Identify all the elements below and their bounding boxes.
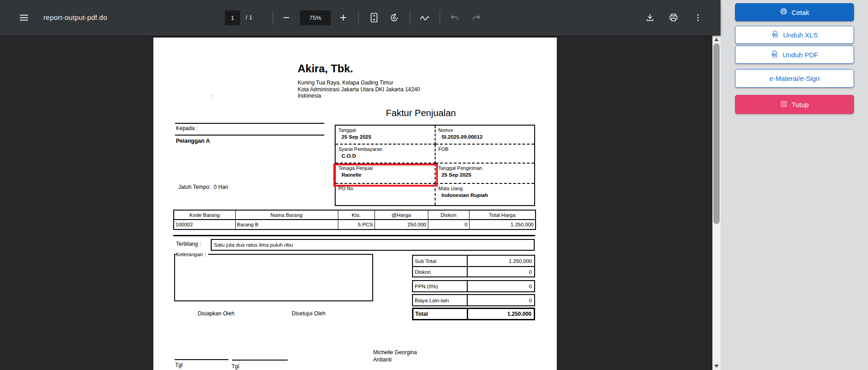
detail-cell-tanggal-pengiriman: Tanggal Pengiriman 25 Sep 2025	[436, 164, 534, 184]
col-header: Kode Barang	[174, 210, 235, 220]
detail-label: Mata Uang	[438, 186, 531, 191]
plus-icon	[338, 13, 348, 23]
total-row-label: Sub Total	[413, 256, 468, 266]
svg-text:XLS: XLS	[773, 34, 777, 36]
more-options-button[interactable]	[691, 10, 705, 25]
ppn-box: PPN (0%) 0	[412, 280, 535, 292]
grand-total-value: 1.250.000	[468, 309, 534, 319]
kepada-rule-top	[175, 123, 324, 124]
company-address: Kuning Tua Raya, Kelapa Gading Timur Kot…	[298, 80, 420, 99]
col-header: @Harga	[375, 210, 428, 220]
vertical-scrollbar[interactable]	[712, 36, 721, 370]
total-row: Total 1.250.000	[413, 309, 534, 319]
col-header: Kts.	[338, 210, 375, 220]
rotate-button[interactable]	[386, 10, 402, 25]
total-row: Biaya Lain-lain 0	[413, 295, 534, 305]
undo-icon	[450, 13, 460, 23]
menu-button[interactable]	[14, 7, 34, 28]
total-row: Sub Total 1.250.000	[413, 256, 534, 266]
keterangan-label: Keterangan :	[176, 252, 208, 257]
zoom-in-button[interactable]	[336, 10, 351, 25]
unduh-pdf-button[interactable]: PDF Unduh PDF	[735, 46, 854, 64]
file-pdf-icon: PDF	[771, 50, 778, 59]
terbilang-box: Satu juta dua ratus lima puluh ribu	[211, 239, 535, 251]
undo-button[interactable]	[447, 10, 462, 25]
grand-total-box: Total 1.250.000	[412, 308, 535, 320]
kepada-rule-bottom	[175, 135, 324, 136]
item-row: 100002 Barang B 5 PCS 250.000 0 1.250.00…	[174, 220, 536, 229]
total-row-label: Biaya Lain-lain	[413, 295, 468, 305]
button-label: Unduh PDF	[783, 51, 818, 59]
tgl-label: Tgl	[175, 362, 183, 368]
pdf-toolbar: report-output-pdf.do / 1 75%	[0, 0, 721, 36]
address-line: Kota Administrasi Jakarta Utara DKI Jaka…	[298, 86, 420, 93]
fit-to-page-icon	[370, 13, 379, 23]
tgl-label: Tgl.	[232, 363, 241, 370]
total-row: Diskon 0	[413, 266, 534, 276]
approver-name-line: Ardianti	[373, 356, 417, 364]
detail-value: C.O.D	[342, 153, 432, 159]
download-button[interactable]	[642, 10, 658, 25]
toolbar-divider	[440, 10, 440, 25]
cetak-button[interactable]: Cetak	[735, 3, 854, 21]
detail-label: Syarat Pembayaran	[338, 146, 432, 152]
e-materai-button[interactable]: e-Materai/e-Sign	[735, 69, 854, 88]
print-button[interactable]	[666, 10, 681, 25]
detail-label: Tanggal	[338, 127, 432, 133]
total-row-value: 1.250.000	[468, 256, 534, 266]
redo-icon	[471, 13, 481, 23]
approver-name: Michelle Georgina Ardianti	[373, 349, 417, 363]
subtotal-diskon-box: Sub Total 1.250.000 Diskon 0	[412, 255, 535, 277]
company-name: Akira, Tbk.	[298, 62, 353, 75]
button-label: Tutup	[792, 101, 809, 108]
detail-cell-tanggal: Tanggal 25 Sep 2025	[336, 126, 436, 145]
detail-label: Tanggal Pengiriman	[438, 165, 531, 171]
amount-in-words: Satu juta dua ratus lima puluh ribu	[214, 242, 293, 248]
page-count: / 1	[246, 14, 252, 21]
label-colon: :	[211, 93, 212, 99]
download-icon	[645, 13, 655, 23]
unduh-xls-button[interactable]: XLS Unduh XLS	[735, 26, 854, 44]
button-label: Cetak	[792, 9, 809, 16]
item-cell: 5 PCS	[338, 220, 375, 229]
customer-name: Pelanggan A	[176, 138, 210, 144]
terbilang-label: Terbilang :	[176, 241, 201, 247]
toolbar-divider	[273, 10, 273, 25]
total-row-value: 0	[468, 295, 534, 305]
page-number-input[interactable]	[225, 10, 240, 25]
detail-value: SI.2025.09.00012	[441, 134, 531, 140]
detail-value: Indonesian Rupiah	[441, 192, 531, 198]
fit-to-page-button[interactable]	[366, 10, 382, 25]
address-line: Indonesia	[298, 93, 420, 99]
tutup-button[interactable]: Tutup	[735, 95, 854, 114]
item-cell: 100002	[174, 220, 235, 229]
annotate-button[interactable]	[417, 10, 432, 25]
total-row-value: 0	[468, 267, 534, 276]
items-header-row: Kode Barang Nama Barang Kts. @Harga Disk…	[174, 210, 536, 220]
zoom-level-display: 75%	[300, 10, 331, 25]
signature-line	[232, 360, 288, 361]
redo-button[interactable]	[469, 10, 484, 25]
item-cell: Barang B	[235, 220, 338, 229]
zoom-out-button[interactable]	[279, 10, 294, 25]
file-xls-icon: XLS	[771, 30, 779, 39]
button-label: Unduh XLS	[783, 31, 818, 39]
signature-line	[175, 359, 228, 360]
detail-value: 25 Sep 2025	[342, 134, 432, 140]
grand-total-label: Total	[413, 309, 468, 319]
total-row-value: 0	[468, 281, 534, 291]
horizontal-rule	[173, 235, 535, 236]
scroll-down-button[interactable]	[712, 362, 721, 370]
scrollbar-thumb[interactable]	[713, 43, 720, 224]
biaya-lain-box: Biaya Lain-lain 0	[412, 294, 535, 306]
scroll-up-button[interactable]	[712, 36, 721, 43]
line-items-table: Kode Barang Nama Barang Kts. @Harga Disk…	[173, 210, 536, 230]
pdf-viewer-app: report-output-pdf.do / 1 75%	[0, 0, 868, 370]
minus-icon	[281, 13, 291, 23]
total-row-label: PPN (0%)	[413, 281, 468, 291]
pdf-viewport: Akira, Tbk. Kuning Tua Raya, Kelapa Gadi…	[0, 36, 721, 370]
hamburger-icon	[19, 12, 29, 23]
detail-label: Nomor	[438, 127, 531, 133]
keterangan-box: Keterangan :	[174, 252, 373, 301]
highlight-box	[333, 164, 438, 187]
